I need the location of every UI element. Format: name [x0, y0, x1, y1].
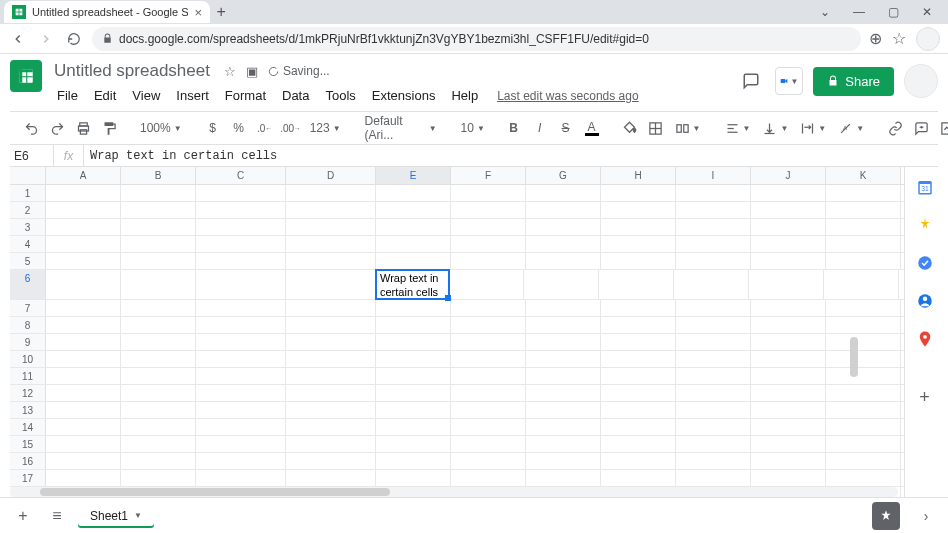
cell[interactable] [676, 185, 751, 201]
cell[interactable] [196, 317, 286, 333]
v-align-button[interactable]: ▼ [758, 121, 792, 136]
horizontal-scrollbar[interactable] [10, 487, 898, 497]
cell[interactable] [601, 219, 676, 235]
cell[interactable] [46, 219, 121, 235]
cell[interactable] [286, 368, 376, 384]
cell[interactable] [46, 185, 121, 201]
name-box[interactable]: E6 [10, 145, 54, 166]
cell[interactable] [196, 185, 286, 201]
cell[interactable] [451, 185, 526, 201]
bold-button[interactable]: B [503, 116, 525, 140]
cell[interactable] [826, 470, 901, 486]
cell[interactable] [826, 253, 901, 269]
cell[interactable] [451, 300, 526, 316]
cell[interactable] [676, 453, 751, 469]
cell[interactable] [451, 385, 526, 401]
cell[interactable] [676, 419, 751, 435]
row-header[interactable]: 11 [10, 368, 46, 384]
cell[interactable] [196, 202, 286, 218]
cell[interactable] [449, 270, 524, 299]
cell[interactable] [451, 219, 526, 235]
cell[interactable] [376, 300, 451, 316]
cell[interactable] [376, 453, 451, 469]
cell[interactable] [676, 219, 751, 235]
share-button[interactable]: Share [813, 67, 894, 96]
contacts-icon[interactable] [915, 291, 935, 311]
cell[interactable] [751, 402, 826, 418]
cell[interactable] [826, 334, 901, 350]
cell[interactable]: Wrap text in certain cells [375, 269, 450, 300]
cell[interactable] [121, 236, 196, 252]
cell[interactable] [121, 334, 196, 350]
cell[interactable] [451, 351, 526, 367]
cell[interactable] [751, 436, 826, 452]
cell[interactable] [751, 385, 826, 401]
cell[interactable] [196, 470, 286, 486]
cell[interactable] [676, 334, 751, 350]
cell[interactable] [601, 185, 676, 201]
sheet-tab[interactable]: Sheet1▼ [78, 504, 154, 528]
add-sheet-button[interactable]: + [10, 503, 36, 529]
cell[interactable] [286, 436, 376, 452]
cell[interactable] [526, 368, 601, 384]
cell[interactable] [376, 202, 451, 218]
cell[interactable] [376, 236, 451, 252]
merge-button[interactable]: ▼ [671, 121, 705, 136]
cell[interactable] [524, 270, 599, 299]
cell[interactable] [286, 419, 376, 435]
cell[interactable] [376, 402, 451, 418]
sheets-logo-icon[interactable] [10, 60, 42, 92]
cell[interactable] [601, 300, 676, 316]
font-select[interactable]: Default (Ari...▼ [361, 114, 441, 142]
cell[interactable] [46, 419, 121, 435]
cell[interactable] [46, 334, 121, 350]
column-header[interactable]: J [751, 167, 826, 184]
cell[interactable] [286, 202, 376, 218]
cell[interactable] [749, 270, 824, 299]
cell[interactable] [601, 436, 676, 452]
cell[interactable] [286, 470, 376, 486]
cell[interactable] [451, 419, 526, 435]
all-sheets-button[interactable]: ≡ [44, 503, 70, 529]
cell[interactable] [451, 236, 526, 252]
cell[interactable] [526, 317, 601, 333]
cell[interactable] [451, 253, 526, 269]
row-header[interactable]: 7 [10, 300, 46, 316]
cell[interactable] [601, 236, 676, 252]
text-color-button[interactable]: A [581, 116, 603, 140]
select-all-corner[interactable] [10, 167, 46, 184]
cell[interactable] [526, 470, 601, 486]
cell[interactable] [751, 300, 826, 316]
strikethrough-button[interactable]: S [555, 116, 577, 140]
column-header[interactable]: A [46, 167, 121, 184]
cell[interactable] [751, 351, 826, 367]
cell[interactable] [376, 368, 451, 384]
column-header[interactable]: C [196, 167, 286, 184]
cell[interactable] [121, 317, 196, 333]
cell[interactable] [826, 402, 901, 418]
browser-tab[interactable]: Untitled spreadsheet - Google S × [4, 1, 210, 23]
cell[interactable] [826, 351, 901, 367]
increase-decimal-button[interactable]: .00→ [280, 116, 302, 140]
comments-icon[interactable] [737, 67, 765, 95]
explore-button[interactable] [872, 502, 900, 530]
cell[interactable] [286, 253, 376, 269]
cell[interactable] [599, 270, 674, 299]
column-header[interactable]: D [286, 167, 376, 184]
number-format-select[interactable]: 123▼ [306, 121, 345, 135]
tasks-icon[interactable] [915, 253, 935, 273]
cell[interactable] [451, 402, 526, 418]
row-header[interactable]: 3 [10, 219, 46, 235]
cell[interactable] [46, 436, 121, 452]
new-tab-button[interactable]: + [210, 3, 232, 21]
cell[interactable] [121, 385, 196, 401]
row-header[interactable]: 1 [10, 185, 46, 201]
cell[interactable] [826, 419, 901, 435]
cell[interactable] [376, 419, 451, 435]
cell[interactable] [601, 402, 676, 418]
cell[interactable] [676, 351, 751, 367]
cell[interactable] [826, 368, 901, 384]
cell[interactable] [676, 368, 751, 384]
forward-button[interactable] [36, 29, 56, 49]
paint-format-button[interactable] [98, 116, 120, 140]
